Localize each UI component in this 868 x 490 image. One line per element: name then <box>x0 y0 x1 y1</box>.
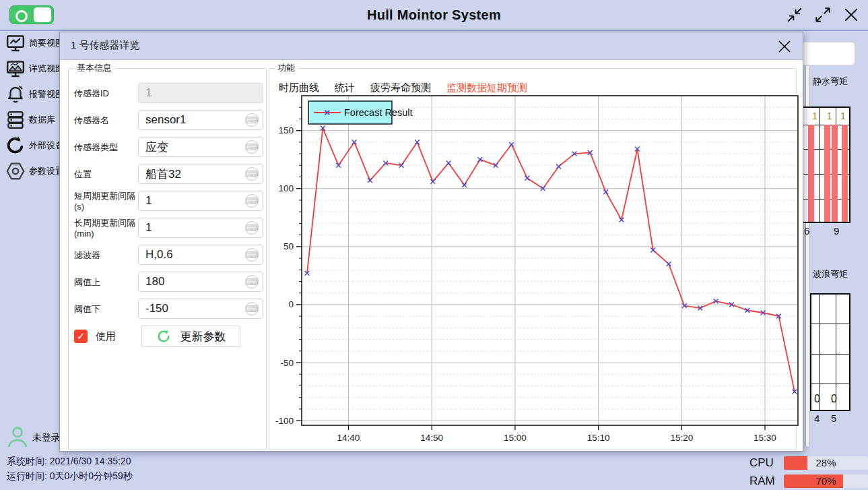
red-bar <box>842 125 848 222</box>
sidebar-item-database[interactable]: 数据库 <box>4 109 55 131</box>
ram-percent: 70% <box>784 475 868 487</box>
keyboard-icon[interactable]: ⌨ <box>245 302 259 315</box>
sidebar-item-label: 数据库 <box>29 114 55 126</box>
x-axis-label: 5 <box>831 412 836 424</box>
basic-info-legend: 基本信息 <box>74 62 114 74</box>
expand-window-button[interactable] <box>811 3 834 26</box>
cpu-percent: 28% <box>784 457 868 468</box>
y-tick-label: 150 <box>278 125 294 135</box>
x-tick-label: 15:10 <box>587 433 610 443</box>
run-time-label: 运行时间: <box>7 470 47 481</box>
x-tick-label: 14:40 <box>337 433 360 443</box>
gridline <box>811 324 849 324</box>
run-time: 运行时间: 0天0小时0分钟59秒 <box>7 470 133 483</box>
app-titlebar: Hull Mointor System <box>0 0 868 31</box>
sensor-id-field <box>138 83 263 103</box>
window-controls <box>783 3 863 26</box>
field-long-period-interval: 长周期更新间隔(min) ⌨ <box>73 218 263 239</box>
field-sensor-id: 传感器ID <box>73 83 263 104</box>
login-status-label: 未登录 <box>32 432 61 444</box>
x-tick-label: 15:20 <box>670 433 693 443</box>
x-tick-label: 15:00 <box>504 433 527 443</box>
field-threshold-lower: 阈值下 ⌨ <box>73 299 263 320</box>
sidebar-item-external-devices[interactable]: 外部设备 <box>4 134 64 157</box>
static-moment-title: 静水弯矩 <box>813 75 848 88</box>
x-axis-label: 9 <box>834 225 839 237</box>
keyboard-icon[interactable]: ⌨ <box>245 113 259 127</box>
sidebar-item-detail-view[interactable]: 详览视图 <box>4 57 64 80</box>
field-label: 传感器名 <box>74 115 136 126</box>
bar-value: 1 <box>840 111 846 121</box>
keyboard-icon[interactable]: ⌨ <box>245 167 259 181</box>
gridline <box>819 108 820 222</box>
gridline <box>811 384 849 384</box>
field-threshold-upper: 阈值上 ⌨ <box>73 272 263 293</box>
field-filter: 滤波器 ⌨ <box>73 245 263 266</box>
legend-label: Forecast Result <box>344 107 413 118</box>
close-icon <box>776 38 793 55</box>
bar-value: 1 <box>812 111 817 121</box>
collapse-icon <box>786 6 803 24</box>
update-params-button[interactable]: 更新参数 <box>141 326 240 347</box>
sidebar-item-brief-view[interactable]: 简要视图 <box>4 32 64 55</box>
field-label: 传感器ID <box>74 88 136 99</box>
expand-icon <box>814 6 832 24</box>
database-icon <box>4 109 27 131</box>
status-bar: 系统时间: 2021/6/30 14:35:20 运行时间: 0天0小时0分钟5… <box>0 453 868 490</box>
use-row: ✓ 使用 <box>74 326 116 346</box>
wave-moment-title: 波浪弯矩 <box>813 268 848 280</box>
sidebar-item-alarm-view[interactable]: 报警视图 <box>4 83 64 106</box>
red-bar <box>808 125 814 222</box>
login-status[interactable]: 未登录 <box>7 425 61 452</box>
field-label: 位置 <box>74 169 136 180</box>
field-label: 长周期更新间隔(min) <box>74 218 136 240</box>
forecast-chart: 14:4014:5015:0015:1015:2015:30150100500-… <box>270 88 802 452</box>
bar-value: 0 <box>814 393 820 405</box>
sidebar-item-parameter-settings[interactable]: 参数设置 <box>4 160 64 183</box>
use-checkbox[interactable]: ✓ <box>74 330 88 343</box>
bar-value: 1 <box>827 111 832 121</box>
system-time: 系统时间: 2021/6/30 14:35:20 <box>7 456 131 468</box>
x-tick-label: 14:50 <box>420 433 443 443</box>
ram-progress-bar: 70% <box>784 474 868 488</box>
user-icon <box>7 425 28 452</box>
field-label: 短周期更新间隔(s) <box>74 191 136 213</box>
keyboard-icon[interactable]: ⌨ <box>245 275 259 288</box>
ram-label: RAM <box>749 474 775 488</box>
circular-arrows-icon <box>4 134 27 157</box>
keyboard-icon[interactable]: ⌨ <box>245 248 259 262</box>
use-checkbox-label: 使用 <box>96 330 116 343</box>
bell-icon <box>4 83 27 106</box>
monitor-line-chart-icon <box>4 32 27 55</box>
field-short-period-interval: 短周期更新间隔(s) ⌨ <box>73 191 263 212</box>
field-label: 阈值下 <box>74 304 136 315</box>
y-tick-label: -100 <box>275 416 294 426</box>
keyboard-icon[interactable]: ⌨ <box>245 221 259 235</box>
refresh-icon <box>156 329 171 344</box>
y-tick-label: 50 <box>283 241 294 251</box>
dialog-titlebar[interactable]: 1 号传感器详览 <box>60 32 803 60</box>
field-label: 传感器类型 <box>74 142 136 153</box>
hexagon-nut-icon <box>4 160 27 183</box>
system-time-value: 2021/6/30 14:35:20 <box>50 456 131 466</box>
wave-moment-chart: 0 0 <box>810 293 850 411</box>
field-sensor-type: 传感器类型 ⌨ <box>73 137 263 158</box>
y-tick-label: 0 <box>288 299 294 309</box>
keyboard-icon[interactable]: ⌨ <box>245 194 259 208</box>
field-label: 滤波器 <box>74 250 136 261</box>
basic-info-group: 基本信息 传感器ID 传感器名 ⌨ 传感器类型 ⌨ 位置 ⌨ <box>68 62 267 450</box>
dialog-close-button[interactable] <box>774 36 795 57</box>
app-title: Hull Mointor System <box>0 7 868 23</box>
close-window-button[interactable] <box>840 3 863 26</box>
field-position: 位置 ⌨ <box>73 164 263 185</box>
red-bar <box>832 125 838 222</box>
red-bar <box>824 125 830 222</box>
function-legend: 功能 <box>275 62 298 74</box>
close-icon <box>842 6 860 24</box>
keyboard-icon[interactable]: ⌨ <box>245 140 259 154</box>
x-axis-label: 6 <box>804 225 809 237</box>
run-time-value: 0天0小时0分钟59秒 <box>50 470 133 481</box>
system-time-label: 系统时间: <box>7 456 47 466</box>
field-label: 阈值上 <box>74 277 136 288</box>
collapse-window-button[interactable] <box>783 3 806 26</box>
